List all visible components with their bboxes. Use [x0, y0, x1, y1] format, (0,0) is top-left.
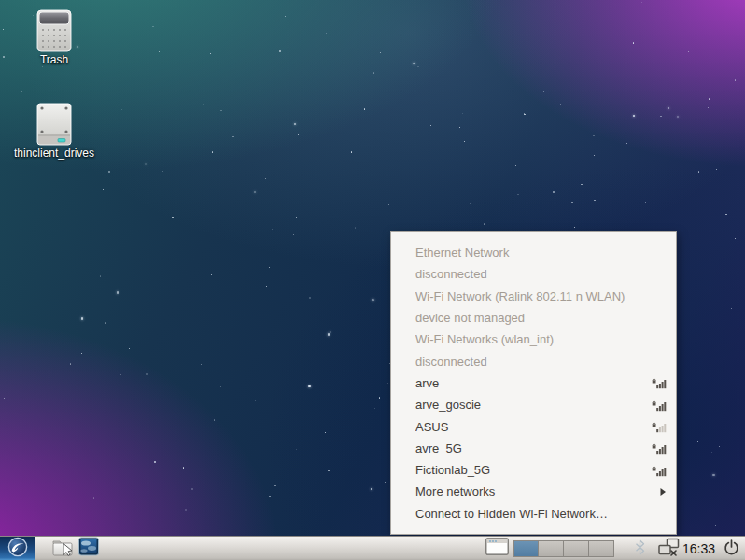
- menu-item-label: arve_goscie: [415, 398, 644, 412]
- menu-item-disconnected: disconnected: [391, 263, 676, 285]
- desktop-monitor-icon: [77, 536, 100, 560]
- menu-item-label: Wi-Fi Network (Ralink 802.11 n WLAN): [415, 289, 667, 303]
- workspace-1[interactable]: [513, 540, 539, 557]
- logout-button[interactable]: [719, 537, 743, 560]
- wifi-signal-weak-icon: [652, 420, 667, 433]
- file-manager-launcher[interactable]: [50, 537, 75, 560]
- menu-item-wi-fi-networks-wlan-int: Wi-Fi Networks (wlan_int): [391, 329, 676, 350]
- menu-item-more-networks[interactable]: More networks: [391, 481, 676, 502]
- menu-item-wi-fi-network-ralink-802-11-n-wlan: Wi-Fi Network (Ralink 802.11 n WLAN): [391, 286, 676, 307]
- network-manager-menu: Ethernet NetworkdisconnectedWi-Fi Networ…: [390, 231, 677, 535]
- menu-item-label: device not managed: [415, 311, 667, 325]
- show-desktop-button[interactable]: [485, 539, 510, 558]
- wifi-signal-strong-icon: [652, 399, 667, 412]
- desktop: Trash thinclient_drives: [0, 0, 745, 560]
- trash-icon: [9, 9, 99, 52]
- desktop-icon-label: Trash: [9, 54, 99, 66]
- power-icon: [724, 539, 739, 559]
- desktop-monitor-launcher[interactable]: [77, 537, 101, 560]
- taskbar: 16:33: [0, 536, 745, 560]
- bluetooth-icon: [635, 539, 645, 559]
- menu-item-label: avre_5G: [415, 441, 644, 455]
- menu-item-label: disconnected: [415, 267, 667, 281]
- desktop-icon-thinclient-drives[interactable]: thinclient_drives: [9, 103, 99, 160]
- menu-item-avre-5g[interactable]: avre_5G: [391, 438, 676, 459]
- desktop-icon-trash[interactable]: Trash: [9, 9, 99, 66]
- menu-item-label: arve: [415, 376, 644, 390]
- bluetooth-tray-item[interactable]: [631, 537, 648, 560]
- wifi-signal-strong-icon: [652, 376, 667, 389]
- submenu-arrow-icon: [659, 487, 667, 497]
- menu-item-device-not-managed: device not managed: [391, 307, 676, 329]
- file-manager-icon: [51, 536, 74, 560]
- network-tray-item[interactable]: [655, 537, 682, 560]
- wifi-signal-strong-icon: [652, 441, 667, 455]
- menu-item-label: disconnected: [415, 355, 667, 369]
- menu-item-label: Connect to Hidden Wi-Fi Network…: [415, 507, 667, 521]
- menu-item-label: Wi-Fi Networks (wlan_int): [415, 332, 667, 346]
- menu-item-label: ASUS: [415, 420, 644, 434]
- wifi-signal-strong-icon: [652, 464, 667, 477]
- menu-item-label: Ethernet Network: [415, 245, 667, 259]
- menu-item-connect-to-hidden-wi-fi-network[interactable]: Connect to Hidden Wi-Fi Network…: [391, 503, 676, 525]
- menu-item-fictionlab-5g[interactable]: Fictionlab_5G: [391, 459, 676, 481]
- menu-item-arve[interactable]: arve: [391, 372, 676, 394]
- show-desktop-icon: [485, 538, 509, 559]
- desktop-icon-label: thinclient_drives: [9, 147, 99, 160]
- network-menu-list: Ethernet NetworkdisconnectedWi-Fi Networ…: [391, 242, 676, 525]
- drive-icon: [9, 103, 99, 146]
- workspace-4[interactable]: [589, 540, 614, 557]
- workspace-3[interactable]: [564, 540, 589, 557]
- menu-item-label: Fictionlab_5G: [415, 463, 644, 477]
- clock[interactable]: 16:33: [682, 537, 715, 560]
- menu-item-asus[interactable]: ASUS: [391, 415, 676, 437]
- menu-item-disconnected: disconnected: [391, 350, 676, 371]
- workspace-pager: [513, 540, 614, 557]
- menu-item-ethernet-network: Ethernet Network: [391, 242, 676, 263]
- menu-item-label: More networks: [415, 484, 652, 498]
- lubuntu-logo-icon: [7, 537, 28, 560]
- start-menu-button[interactable]: [0, 537, 35, 560]
- network-offline-icon: [657, 538, 681, 560]
- workspace-2[interactable]: [539, 540, 564, 557]
- menu-item-arve-goscie[interactable]: arve_goscie: [391, 394, 676, 415]
